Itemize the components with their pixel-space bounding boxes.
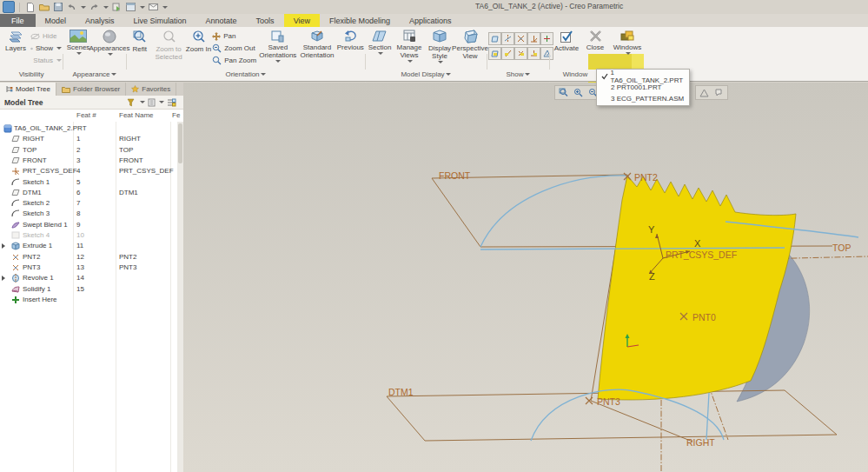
zoom-in-button[interactable]: Zoom In bbox=[185, 27, 212, 70]
pnt0-label[interactable]: PNT0 bbox=[692, 312, 716, 322]
windows-button[interactable]: Windows bbox=[607, 27, 647, 70]
tree-columns-caret[interactable] bbox=[159, 101, 164, 103]
app-button-icon[interactable] bbox=[3, 1, 15, 13]
activate-button[interactable]: Activate bbox=[550, 27, 583, 70]
hide-button[interactable]: Hide bbox=[30, 30, 62, 42]
display-style-button[interactable]: Display Style bbox=[425, 27, 454, 70]
appearances-button[interactable]: Appearances bbox=[93, 27, 126, 70]
plane-tag-display-icon[interactable] bbox=[488, 47, 501, 60]
menu-item-window-1[interactable]: 1 TA6_OIL_TANK_2.PRT bbox=[597, 70, 689, 82]
tree-row-revolve[interactable]: Revolve 114 bbox=[0, 273, 176, 283]
regenerate-icon[interactable] bbox=[111, 2, 123, 12]
tree-row-sketch1[interactable]: Sketch 15 bbox=[0, 177, 176, 188]
column-feat-name[interactable]: Feat Name bbox=[119, 111, 154, 119]
tab-applications[interactable]: Applications bbox=[400, 14, 461, 27]
tree-row-top[interactable]: TOP2TOP bbox=[0, 145, 176, 156]
display-options-icon[interactable] bbox=[699, 88, 710, 98]
column-feat-extra[interactable]: Fe bbox=[172, 111, 180, 119]
save-icon[interactable] bbox=[52, 2, 63, 12]
manage-views-button[interactable]: Manage Views bbox=[394, 27, 425, 70]
tree-row-pnt3[interactable]: PNT313PNT3 bbox=[0, 263, 176, 273]
scrollbar-thumb[interactable] bbox=[178, 123, 182, 163]
undo-icon[interactable] bbox=[66, 2, 77, 12]
zoom-in-icon[interactable] bbox=[573, 88, 584, 98]
front-plane-label[interactable]: FRONT bbox=[439, 170, 471, 181]
annotation-filter-icon[interactable] bbox=[713, 88, 725, 98]
csys-tag-display-icon[interactable] bbox=[527, 47, 540, 60]
tree-row-sketch4[interactable]: Sketch 410 bbox=[0, 230, 176, 241]
open-file-icon[interactable] bbox=[38, 2, 50, 12]
tree-row-front[interactable]: FRONT3FRONT bbox=[0, 156, 176, 166]
csys-label[interactable]: PRT_CSYS_DEF bbox=[666, 249, 737, 260]
top-plane-label[interactable]: TOP bbox=[832, 243, 851, 253]
group-label-model-display[interactable]: Model Display bbox=[365, 70, 487, 78]
refit-view-icon[interactable] bbox=[558, 88, 569, 98]
tab-favorites[interactable]: Favorites bbox=[126, 83, 176, 96]
tab-live-simulation[interactable]: Live Simulation bbox=[124, 14, 196, 27]
tree-row-part[interactable]: TA6_OIL_TANK_2.PRT bbox=[0, 123, 176, 134]
zoom-out-button[interactable]: Zoom Out bbox=[212, 43, 258, 54]
tab-tools[interactable]: Tools bbox=[247, 14, 284, 27]
tree-filter-icon[interactable] bbox=[127, 98, 136, 107]
tree-row-pnt2[interactable]: PNT212PNT2 bbox=[0, 252, 176, 263]
pan-zoom-button[interactable]: Pan Zoom bbox=[212, 55, 258, 66]
quick-access-more-caret[interactable] bbox=[162, 6, 168, 9]
layers-button[interactable]: Layers bbox=[1, 27, 30, 70]
redo-menu-caret[interactable] bbox=[103, 6, 109, 9]
tree-row-dtm1[interactable]: DTM16DTM1 bbox=[0, 188, 176, 198]
tree-columns-icon[interactable] bbox=[148, 98, 156, 107]
tree-settings-icon[interactable] bbox=[167, 98, 176, 107]
point-display-icon[interactable] bbox=[514, 32, 527, 45]
tree-row-extrude[interactable]: Extrude 111 bbox=[0, 241, 176, 251]
redo-icon[interactable] bbox=[89, 2, 100, 12]
right-plane-label[interactable]: RIGHT bbox=[686, 437, 715, 448]
tab-analysis[interactable]: Analysis bbox=[76, 14, 124, 27]
group-label-show[interactable]: Show bbox=[487, 70, 549, 78]
window-settings-caret[interactable] bbox=[140, 6, 145, 9]
menu-item-window-3[interactable]: 3 ECG_PATTERN.ASM bbox=[597, 93, 689, 104]
tree-row-csys[interactable]: PRT_CSYS_DEF4PRT_CSYS_DEF bbox=[0, 166, 176, 176]
tree-row-sketch3[interactable]: Sketch 38 bbox=[0, 209, 176, 219]
tab-folder-browser[interactable]: Folder Browser bbox=[56, 83, 126, 96]
tree-row-insert-here[interactable]: Insert Here bbox=[0, 295, 176, 305]
expand-icon[interactable] bbox=[2, 276, 5, 281]
pnt3-label[interactable]: PNT3 bbox=[597, 396, 620, 407]
new-file-icon[interactable] bbox=[24, 2, 36, 12]
axis-tag-display-icon[interactable] bbox=[501, 47, 514, 60]
show-button[interactable]: Show bbox=[30, 43, 62, 54]
tree-row-swept-blend[interactable]: Swept Blend 19 bbox=[0, 220, 176, 230]
saved-orientations-button[interactable]: Saved Orientations bbox=[258, 27, 297, 70]
undo-menu-caret[interactable] bbox=[81, 6, 86, 9]
group-label-appearance[interactable]: Appearance bbox=[63, 70, 126, 78]
tree-row-sketch2[interactable]: Sketch 27 bbox=[0, 198, 176, 209]
status-button[interactable]: Status bbox=[30, 55, 62, 66]
plane-display-icon[interactable] bbox=[488, 32, 501, 45]
csys-display-icon[interactable] bbox=[527, 32, 540, 45]
tab-model[interactable]: Model bbox=[36, 14, 76, 27]
perspective-view-button[interactable]: Perspective View bbox=[454, 27, 486, 70]
graphics-area[interactable]: FRONT TOP DTM1 RIGHT PRT_CSYS_DEF PNT0 P… bbox=[183, 83, 868, 472]
tab-flexible-modeling[interactable]: Flexible Modeling bbox=[320, 14, 400, 27]
point-tag-display-icon[interactable] bbox=[514, 47, 527, 60]
tab-view[interactable]: View bbox=[284, 14, 320, 27]
tab-file[interactable]: File bbox=[0, 14, 36, 27]
expand-icon[interactable] bbox=[2, 243, 5, 249]
zoom-to-selected-button[interactable]: Zoom to Selected bbox=[152, 27, 184, 70]
axis-display-icon[interactable] bbox=[501, 32, 514, 45]
tree-row-solidify[interactable]: Solidify 115 bbox=[0, 284, 176, 295]
refit-button[interactable]: Refit bbox=[127, 27, 152, 70]
mail-icon[interactable] bbox=[148, 2, 159, 12]
pan-button[interactable]: Pan bbox=[212, 30, 258, 42]
tab-annotate[interactable]: Annotate bbox=[196, 14, 247, 27]
standard-orientation-button[interactable]: Standard Orientation bbox=[297, 27, 336, 70]
section-button[interactable]: Section bbox=[366, 27, 394, 70]
close-button[interactable]: Close bbox=[583, 27, 607, 70]
tree-row-right[interactable]: RIGHT1RIGHT bbox=[0, 134, 176, 144]
tree-filter-caret[interactable] bbox=[140, 101, 145, 103]
pnt2-label[interactable]: PNT2 bbox=[634, 172, 658, 183]
previous-button[interactable]: Previous bbox=[337, 27, 364, 70]
model-tree-scrollbar[interactable] bbox=[177, 122, 183, 472]
group-label-orientation[interactable]: Orientation bbox=[126, 70, 365, 78]
dtm1-plane-label[interactable]: DTM1 bbox=[388, 387, 414, 397]
column-feat-num[interactable]: Feat # bbox=[76, 111, 96, 119]
